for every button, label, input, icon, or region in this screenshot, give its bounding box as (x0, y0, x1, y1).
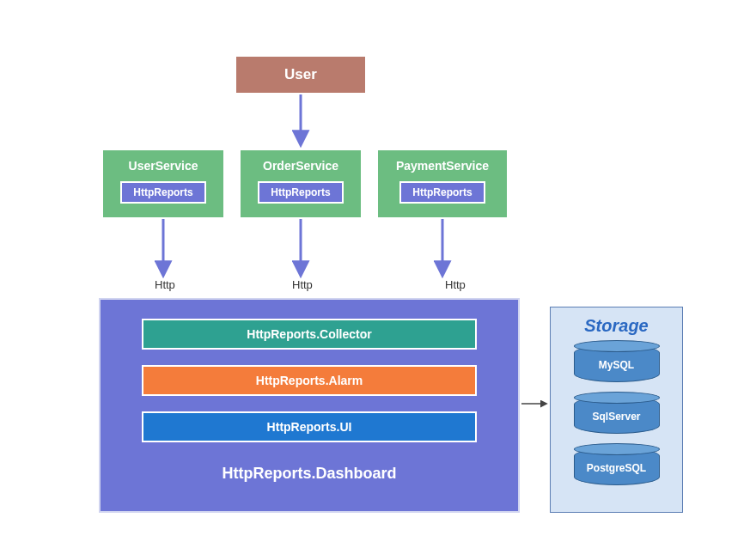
service-title: OrderService (263, 159, 338, 173)
alarm-label: HttpReports.Alarm (256, 374, 363, 387)
service-user: UserService HttpReports (103, 150, 223, 217)
http-label: Http (445, 278, 466, 291)
httpreports-badge: HttpReports (120, 181, 206, 204)
diagram-canvas: User UserService HttpReports OrderServic… (0, 0, 756, 554)
dashboard-title: HttpReports.Dashboard (222, 465, 396, 483)
ui-label: HttpReports.UI (267, 420, 352, 434)
collector-label: HttpReports.Collector (247, 327, 371, 341)
alarm-row: HttpReports.Alarm (142, 365, 477, 396)
db-label: PostgreSQL (587, 462, 646, 474)
storage-title: Storage (584, 316, 648, 336)
db-label: MySQL (599, 359, 634, 371)
badge-label: HttpReports (133, 186, 192, 198)
badge-label: HttpReports (412, 186, 472, 198)
service-payment: PaymentService HttpReports (378, 150, 507, 217)
dashboard-container: HttpReports.Collector HttpReports.Alarm … (99, 298, 520, 513)
db-cylinder-mysql: MySQL (574, 344, 660, 382)
service-title: UserService (129, 159, 198, 173)
http-label: Http (292, 278, 313, 291)
ui-row: HttpReports.UI (142, 411, 477, 442)
user-node: User (236, 57, 365, 93)
httpreports-badge: HttpReports (258, 181, 344, 204)
db-cylinder-postgresql: PostgreSQL (574, 447, 660, 485)
http-label: Http (155, 278, 175, 291)
collector-row: HttpReports.Collector (142, 319, 477, 350)
db-cylinder-sqlserver: SqlServer (574, 396, 660, 434)
httpreports-badge: HttpReports (399, 181, 485, 204)
db-label: SqlServer (592, 411, 640, 423)
badge-label: HttpReports (271, 186, 330, 198)
storage-panel: Storage MySQL SqlServer PostgreSQL (550, 307, 683, 513)
user-label: User (284, 66, 317, 83)
service-title: PaymentService (396, 159, 489, 173)
service-order: OrderService HttpReports (241, 150, 361, 217)
